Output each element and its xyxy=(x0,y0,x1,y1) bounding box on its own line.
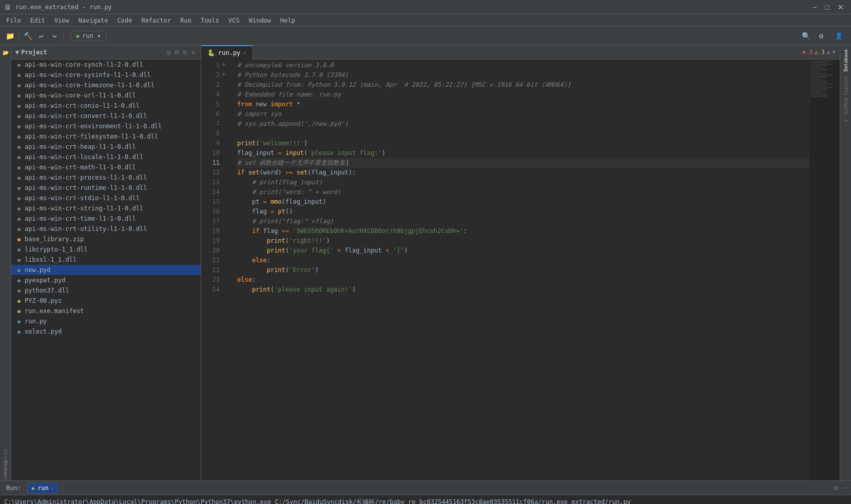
separator xyxy=(18,31,19,41)
line-number-16: 16 xyxy=(201,207,220,217)
terminal-content[interactable]: C:\Users\Administrator\AppData\Local\Pro… xyxy=(0,495,851,504)
file-item-run-exe-manifest[interactable]: ●run.exe.manifest xyxy=(11,306,201,316)
term-minimize-icon[interactable]: − xyxy=(842,484,849,492)
line-number-19: 19 xyxy=(201,236,220,246)
file-item-api-ms-win-crt-runtime-l1-1-0-dll[interactable]: ●api-ms-win-crt-runtime-l1-1-0.dll xyxy=(11,183,201,193)
file-item-api-ms-win-crt-heap-l1-1-0-dll[interactable]: ●api-ms-win-crt-heap-l1-1-0.dll xyxy=(11,142,201,152)
file-item-api-ms-win-crt-environment-l1-1-0-dll[interactable]: ●api-ms-win-crt-environment-l1-1-0.dll xyxy=(11,121,201,131)
file-item-api-ms-win-core-sysinfo-l1-1-0-dll[interactable]: ●api-ms-win-core-sysinfo-l1-1-0.dll xyxy=(11,70,201,80)
menu-item-refactor[interactable]: Refactor xyxy=(137,16,175,25)
code-line-16: flag = pt() xyxy=(237,207,809,217)
file-item-api-ms-win-crt-math-l1-1-0-dll[interactable]: ●api-ms-win-crt-math-l1-1-0.dll xyxy=(11,162,201,172)
close-button[interactable]: ✕ xyxy=(835,3,847,11)
settings-icon[interactable]: ⚙ xyxy=(816,30,827,42)
separator2 xyxy=(63,31,64,41)
file-icon: ● xyxy=(15,318,23,325)
code-line-23: else: xyxy=(237,275,809,285)
code-content[interactable]: # uncompyle6 version 3.8.0# Python bytec… xyxy=(231,60,809,480)
menu-item-file[interactable]: File xyxy=(2,16,25,25)
file-item-api-ms-win-crt-conio-l1-1-0-dll[interactable]: ●api-ms-win-crt-conio-l1-1-0.dll xyxy=(11,101,201,111)
line-number-3: 3 xyxy=(201,80,220,90)
file-icon: ● xyxy=(15,266,23,274)
file-icon: ● xyxy=(15,307,23,315)
file-icon: ● xyxy=(15,123,23,130)
file-item-run-py[interactable]: ●run.py xyxy=(11,316,201,326)
fold-icon[interactable]: ▶ xyxy=(223,69,225,79)
file-item-api-ms-win-crt-time-l1-1-0-dll[interactable]: ●api-ms-win-crt-time-l1-1-0.dll xyxy=(11,214,201,224)
file-item-libssl-1-1-dll[interactable]: ●libssl-1_1.dll xyxy=(11,255,201,265)
file-item-api-ms-win-core-url-l1-1-0-dll[interactable]: ●api-ms-win-core-url-l1-1-0.dll xyxy=(11,90,201,101)
options-icon[interactable]: ⚙ xyxy=(181,48,188,56)
database-sidebar-btn[interactable]: Database xyxy=(842,47,849,73)
bookmarks-activity-icon[interactable]: Bookmarks xyxy=(1,468,11,478)
fold-icon[interactable]: ▶ xyxy=(223,60,225,69)
scroll-down-icon[interactable]: ▼ xyxy=(832,49,836,55)
menu-item-run[interactable]: Run xyxy=(176,16,196,25)
code-line-18: if flag == '5WEU5ROREb0hK+AurHXCD8Oor/h9… xyxy=(237,226,809,236)
code-line-9: print('welcome!!!') xyxy=(237,139,809,148)
menu-item-code[interactable]: Code xyxy=(113,16,137,25)
file-item-api-ms-win-crt-string-l1-1-0-dll[interactable]: ●api-ms-win-crt-string-l1-1-0.dll xyxy=(11,203,201,214)
gear-settings-icon[interactable]: ✕ xyxy=(189,48,197,56)
file-icon: ● xyxy=(15,71,23,79)
scroll-up-icon[interactable]: ▲ xyxy=(827,49,830,55)
build-icon[interactable]: 🔨 xyxy=(22,30,33,42)
title-bar: 🖥 run.exe_extracted - run.py − □ ✕ xyxy=(0,0,851,14)
file-item-new-pyd[interactable]: ●new.pyd xyxy=(11,265,201,275)
file-item-python37-dll[interactable]: ●python37.dll xyxy=(11,285,201,296)
file-list: ●api-ms-win-core-synch-l1-2-0.dll●api-ms… xyxy=(11,60,201,480)
account-area[interactable]: 👤 xyxy=(831,31,847,41)
activity-bar: 📂 Structure Bookmarks xyxy=(0,45,11,480)
project-expand-icon: ▼ xyxy=(15,49,19,56)
file-item-base-library-zip[interactable]: ●base_library.zip xyxy=(11,234,201,244)
file-item-api-ms-win-core-synch-l1-2-0-dll[interactable]: ●api-ms-win-core-synch-l1-2-0.dll xyxy=(11,60,201,70)
file-tab-icon: 🐍 xyxy=(207,49,215,56)
terminal-tab-close[interactable]: ✕ xyxy=(51,486,53,491)
menu-item-view[interactable]: View xyxy=(50,16,73,25)
menu-item-navigate[interactable]: Navigate xyxy=(74,16,112,25)
github-copilot-btn[interactable]: GitHub Copilot xyxy=(842,73,849,117)
file-item-api-ms-win-crt-stdio-l1-1-0-dll[interactable]: ●api-ms-win-crt-stdio-l1-1-0.dll xyxy=(11,193,201,203)
term-settings-icon[interactable]: ⚙ xyxy=(833,484,840,492)
run-terminal-tab[interactable]: ▶ run ✕ xyxy=(27,482,58,494)
reviews-btn[interactable]: ► xyxy=(842,117,849,126)
file-item-api-ms-win-crt-filesystem-l1-1-0-dll[interactable]: ●api-ms-win-crt-filesystem-l1-1-0.dll xyxy=(11,131,201,142)
file-icon: ● xyxy=(15,236,23,243)
menu-item-vcs[interactable]: VCS xyxy=(224,16,244,25)
file-item-api-ms-win-crt-utility-l1-1-0-dll[interactable]: ●api-ms-win-crt-utility-l1-1-0.dll xyxy=(11,224,201,234)
menu-item-help[interactable]: Help xyxy=(276,16,299,25)
line-number-12: 12 xyxy=(201,168,220,178)
code-line-14: # print("word: " + word) xyxy=(237,187,809,197)
file-icon: ● xyxy=(15,92,23,99)
file-item-select-pyd[interactable]: ●select.pyd xyxy=(11,326,201,337)
menu-item-window[interactable]: Window xyxy=(245,16,275,25)
file-item-libcrypto-1-1-dll[interactable]: ●libcrypto-1_1.dll xyxy=(11,244,201,255)
collapse-icon[interactable]: ⊟ xyxy=(173,48,181,56)
redo-icon[interactable]: ↪ xyxy=(49,30,60,42)
project-icon[interactable]: 📁 xyxy=(4,30,15,42)
tab-close-button[interactable]: ✕ xyxy=(243,50,246,55)
active-tab[interactable]: 🐍 run.py ✕ xyxy=(201,45,253,60)
gutter-18: ▶ xyxy=(223,69,231,79)
file-item-pyexpat-pyd[interactable]: ●pyexpat.pyd xyxy=(11,275,201,285)
tab-filename: run.py xyxy=(218,49,240,56)
file-item-api-ms-win-core-timezone-l1-1-0-dll[interactable]: ●api-ms-win-core-timezone-l1-1-0.dll xyxy=(11,80,201,90)
undo-icon[interactable]: ↩ xyxy=(35,30,47,42)
line-number-7: 7 xyxy=(201,119,220,129)
run-button[interactable]: ▶ run ▾ xyxy=(71,31,106,41)
file-item-api-ms-win-crt-locale-l1-1-0-dll[interactable]: ●api-ms-win-crt-locale-l1-1-0.dll xyxy=(11,152,201,162)
file-item-api-ms-win-crt-convert-l1-1-0-dll[interactable]: ●api-ms-win-crt-convert-l1-1-0.dll xyxy=(11,111,201,121)
file-icon: ● xyxy=(15,164,23,171)
locate-icon[interactable]: ◎ xyxy=(165,48,172,56)
menu-item-tools[interactable]: Tools xyxy=(197,16,223,25)
file-item-PYZ-00-pyz[interactable]: ●PYZ-00.pyz xyxy=(11,296,201,306)
maximize-button[interactable]: □ xyxy=(822,3,833,11)
file-item-api-ms-win-crt-process-l1-1-0-dll[interactable]: ●api-ms-win-crt-process-l1-1-0.dll xyxy=(11,172,201,183)
project-activity-icon[interactable]: 📂 xyxy=(1,47,11,57)
menu-item-edit[interactable]: Edit xyxy=(26,16,49,25)
run-label: Run: xyxy=(2,484,25,492)
line-number-10: 10 xyxy=(201,148,220,158)
search-toolbar-icon[interactable]: 🔍 xyxy=(800,30,811,42)
line-number-22: 22 xyxy=(201,265,220,275)
minimize-button[interactable]: − xyxy=(809,3,820,11)
